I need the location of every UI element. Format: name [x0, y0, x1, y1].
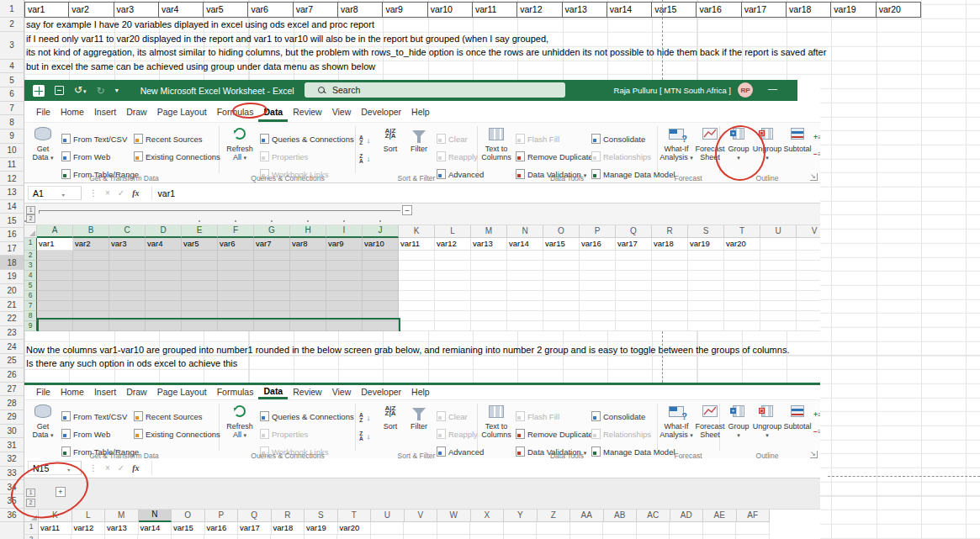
outer-var-cell[interactable]: var1	[24, 2, 69, 18]
formula-input[interactable]	[151, 461, 158, 475]
outer-row-number[interactable]: 27	[0, 383, 24, 397]
column-header[interactable]: N	[139, 510, 172, 522]
outer-var-cell[interactable]: var7	[294, 2, 338, 18]
sort-az-icon[interactable]: A Z↓	[359, 135, 370, 146]
get-data-button[interactable]: Get Data	[26, 402, 60, 440]
outer-row-number[interactable]: 2	[0, 18, 24, 32]
column-header[interactable]: O	[172, 510, 205, 522]
outer-row-number[interactable]: 25	[0, 354, 24, 368]
column-header[interactable]: T	[338, 510, 372, 522]
cell[interactable]: var16	[205, 522, 239, 535]
outer-row-number[interactable]: 6	[0, 87, 24, 102]
cell[interactable]: var12	[435, 238, 471, 251]
cell[interactable]: var19	[688, 238, 724, 251]
outer-row-number[interactable]: 35	[0, 494, 24, 509]
column-header[interactable]: N	[507, 225, 543, 238]
empty-cells[interactable]	[399, 251, 820, 261]
outer-row-number[interactable]: 28	[0, 396, 24, 410]
empty-cells[interactable]	[399, 301, 820, 311]
row-header[interactable]: 2	[24, 535, 39, 539]
empty-cells[interactable]	[39, 535, 770, 539]
cell[interactable]: var20	[338, 522, 372, 535]
column-header[interactable]: AC	[637, 510, 670, 522]
cell[interactable]: var16	[580, 238, 616, 251]
column-header[interactable]: E	[182, 225, 218, 238]
row-header[interactable]: 1	[24, 522, 39, 535]
column-header[interactable]: Y	[504, 510, 538, 522]
ribbon-tab[interactable]: Developer	[356, 101, 406, 122]
column-header[interactable]: U	[371, 510, 405, 522]
ribbon-tab[interactable]: File	[31, 385, 56, 399]
save-icon[interactable]	[55, 86, 64, 95]
outer-row-number[interactable]: 3	[0, 32, 24, 60]
forecast-sheet-button[interactable]: Forecast Sheet	[696, 402, 724, 439]
group-button[interactable]: Group	[726, 402, 751, 440]
search-box[interactable]: Search	[305, 82, 565, 98]
outer-row-number[interactable]: 30	[0, 425, 24, 439]
outline-level-2-button[interactable]: 2	[26, 214, 35, 223]
cell[interactable]: var13	[105, 522, 139, 535]
subtotal-button[interactable]: Subtotal	[783, 124, 812, 153]
queries-connections-button[interactable]: Queries & Connections	[260, 410, 354, 422]
column-header[interactable]: V	[797, 225, 820, 238]
outer-row-number[interactable]: 9	[0, 129, 24, 144]
select-all-corner[interactable]	[24, 225, 37, 238]
empty-cells[interactable]	[399, 271, 820, 281]
column-header[interactable]: M	[471, 225, 507, 238]
selected-range[interactable]	[37, 261, 399, 271]
ribbon-tab[interactable]: Home	[56, 385, 89, 399]
outer-row-number[interactable]: 12	[0, 172, 24, 186]
outer-row-number[interactable]: 18	[0, 256, 24, 270]
outer-row-number[interactable]: 20	[0, 284, 24, 299]
outer-row-number[interactable]: 32	[0, 452, 24, 467]
ribbon-tab[interactable]: Draw	[121, 385, 152, 399]
row-header[interactable]: 4	[24, 271, 37, 281]
sort-button[interactable]: A|Z Z|A Sort	[378, 402, 403, 431]
empty-cells[interactable]	[399, 311, 820, 321]
outer-row-number[interactable]: 31	[0, 438, 24, 452]
from-text-csv-button[interactable]: From Text/CSV	[61, 410, 127, 422]
column-header[interactable]: P	[205, 510, 239, 522]
selected-range[interactable]	[37, 321, 399, 331]
existing-connections-button[interactable]: Existing Connections	[134, 151, 220, 162]
selected-cell[interactable]: var10	[363, 238, 399, 251]
text-to-columns-button[interactable]: Text to Columns	[480, 402, 512, 439]
outer-var-cell[interactable]: var19	[831, 2, 876, 18]
get-data-button[interactable]: Get Data	[26, 124, 60, 162]
ribbon-tab[interactable]: Formulas	[212, 101, 259, 122]
insert-function-icon[interactable]: fx	[132, 463, 139, 473]
column-header[interactable]: W	[437, 510, 471, 522]
outer-var-cell[interactable]: var11	[473, 2, 517, 18]
ribbon-tab[interactable]: Insert	[89, 385, 121, 399]
selected-range[interactable]	[37, 311, 399, 321]
cell[interactable]: var15	[543, 238, 580, 251]
outer-row-number[interactable]: 19	[0, 270, 24, 284]
outer-var-cell[interactable]: var12	[517, 2, 562, 18]
empty-cells[interactable]	[399, 261, 820, 271]
outer-var-cell[interactable]: var8	[338, 2, 383, 18]
sort-za-icon[interactable]: Z A↓	[359, 431, 370, 442]
selected-cell[interactable]: var2	[73, 238, 109, 251]
column-header[interactable]: M	[105, 510, 139, 522]
cell[interactable]: var14	[139, 522, 172, 535]
row-header[interactable]: 8	[24, 311, 37, 321]
quick-access-toolbar-icon[interactable]: ▾	[115, 86, 119, 96]
empty-cells[interactable]	[371, 522, 770, 535]
outer-row-number[interactable]: 15	[0, 214, 24, 228]
ungroup-button[interactable]: Ungroup	[753, 402, 781, 440]
subtotal-button[interactable]: Subtotal	[783, 402, 812, 431]
column-header[interactable]: T	[724, 225, 760, 238]
ungroup-button[interactable]: Ungroup	[753, 124, 781, 162]
ribbon-tab[interactable]: Data	[258, 101, 288, 122]
remove-duplicates-button[interactable]: Remove Duplicates	[516, 428, 596, 440]
column-header[interactable]: X	[471, 510, 505, 522]
column-header[interactable]: R	[272, 510, 305, 522]
ribbon-tab[interactable]: Page Layout	[152, 385, 212, 399]
column-header[interactable]: AD	[670, 510, 704, 522]
column-header[interactable]: K	[39, 510, 72, 522]
outer-row-number[interactable]: 23	[0, 326, 24, 341]
cell[interactable]: var17	[616, 238, 652, 251]
column-header[interactable]: H	[290, 225, 326, 238]
cell[interactable]: var19	[305, 522, 338, 535]
ribbon-tab[interactable]: Review	[288, 101, 326, 122]
